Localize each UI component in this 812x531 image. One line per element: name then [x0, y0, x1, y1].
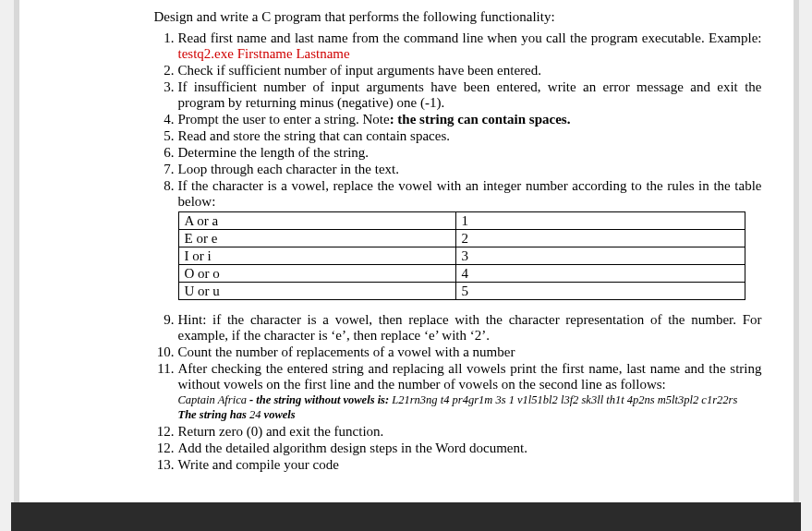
table-cell: U or u: [178, 283, 455, 300]
table-cell: O or o: [178, 265, 455, 283]
intro-text: Design and write a C program that perfor…: [154, 9, 762, 25]
list-item-12a: Return zero (0) and exit the function.: [154, 424, 762, 440]
list-item-13: Write and compile your code: [154, 457, 762, 473]
spacer: [178, 302, 762, 311]
list-item-5: Read and store the string that can conta…: [154, 128, 762, 144]
table-cell: 2: [455, 230, 745, 247]
output-string: L21rn3ng t4 pr4gr1m 3s 1 v1l51bl2 l3f2 s…: [389, 393, 737, 406]
list-item-4: Prompt the user to enter a string. Note:…: [154, 112, 762, 127]
table-row: U or u 5: [178, 283, 745, 300]
table-cell: 4: [455, 265, 745, 283]
output-label: - the string without vowels is:: [249, 393, 389, 406]
table-cell: A or a: [178, 212, 455, 230]
table-cell: E or e: [178, 230, 455, 247]
list-item-7: Loop through each character in the text.: [154, 162, 762, 177]
page-edge-left: [14, 0, 19, 502]
list-item-1: Read first name and last name from the c…: [154, 30, 762, 62]
page-edge-right: [794, 0, 799, 502]
list-item-12b: Add the detailed algorithm design steps …: [154, 440, 762, 456]
output-name: Captain Africa: [178, 393, 250, 406]
list-item-6: Determine the length of the string.: [154, 145, 762, 161]
list-item-3: If insufficient number of input argument…: [154, 79, 762, 111]
item-text: After checking the entered string and re…: [178, 361, 762, 392]
item-text: Prompt the user to enter a string. Note: [178, 112, 390, 127]
bold-note: : the string can contain spaces.: [390, 112, 571, 127]
output-suffix: vowels: [261, 408, 295, 421]
table-cell: I or i: [178, 247, 455, 265]
list-item-11: After checking the entered string and re…: [154, 361, 762, 423]
list-item-10: Count the number of replacements of a vo…: [154, 344, 762, 360]
content: Read first name and last name from the c…: [154, 30, 762, 473]
example-command: testq2.exe Firstname Lastname: [178, 46, 350, 61]
item-text: If the character is a vowel, replace the…: [178, 178, 762, 209]
list-item-9: Hint: if the character is a vowel, then …: [154, 312, 762, 344]
output-prefix: The string has: [178, 408, 249, 421]
table-row: I or i 3: [178, 247, 745, 265]
bottom-toolbar: [11, 502, 801, 531]
page: Design and write a C program that perfor…: [14, 0, 799, 526]
list-item-2: Check if sufficient number of input argu…: [154, 63, 762, 78]
table-cell: 3: [455, 247, 745, 265]
table-cell: 1: [455, 212, 745, 230]
output-line-1: Captain Africa - the string without vowe…: [178, 392, 762, 407]
table-row: O or o 4: [178, 265, 745, 283]
output-count: 24: [249, 408, 261, 421]
ordered-list: Read first name and last name from the c…: [154, 30, 762, 473]
output-line-2: The string has 24 vowels: [178, 407, 762, 422]
table-row: E or e 2: [178, 230, 745, 247]
table-row: A or a 1: [178, 212, 745, 230]
vowel-table: A or a 1 E or e 2 I or i 3 O or o 4: [178, 211, 745, 300]
list-item-8: If the character is a vowel, replace the…: [154, 178, 762, 311]
item-text: Read first name and last name from the c…: [178, 30, 762, 45]
table-cell: 5: [455, 283, 745, 300]
